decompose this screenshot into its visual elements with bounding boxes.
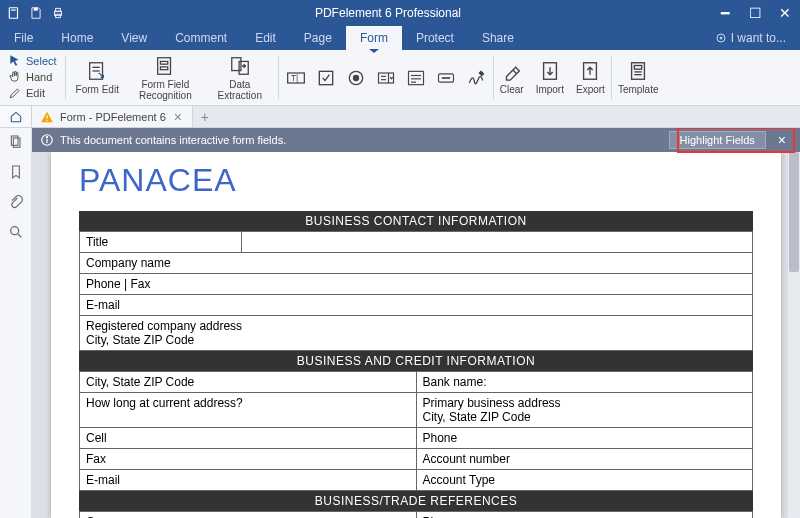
menu-share[interactable]: Share — [468, 26, 528, 50]
info-message: This document contains interactive form … — [60, 134, 663, 146]
svg-text:T|: T| — [291, 73, 298, 83]
section-1-table: Title Company name Phone | Fax E-mail Re… — [79, 231, 753, 351]
app-title: PDFelement 6 Professional — [66, 6, 710, 20]
clear-button[interactable]: Clear — [494, 50, 530, 105]
select-tool[interactable]: Select — [8, 54, 57, 68]
tab-close-icon[interactable]: × — [172, 109, 184, 125]
edit-tool[interactable]: Edit — [8, 86, 57, 100]
field-label[interactable]: Registered company addressCity, State ZI… — [80, 316, 753, 351]
pdf-page: PANACEA BUSINESS CONTACT INFORMATION Tit… — [51, 152, 781, 518]
attachments-icon[interactable] — [8, 194, 24, 212]
svg-rect-38 — [46, 119, 47, 120]
info-bar: This document contains interactive form … — [32, 128, 800, 152]
menu-page[interactable]: Page — [290, 26, 346, 50]
field-input[interactable] — [241, 232, 752, 253]
document-tab[interactable]: Form - PDFelement 6 × — [32, 106, 193, 127]
svg-rect-18 — [319, 71, 332, 84]
field-label[interactable]: City, State ZIP Code — [80, 372, 417, 393]
field-label[interactable]: How long at current address? — [80, 393, 417, 428]
svg-rect-11 — [158, 57, 171, 74]
print-icon[interactable] — [50, 5, 66, 21]
menu-view[interactable]: View — [107, 26, 161, 50]
field-label[interactable]: Primary business addressCity, State ZIP … — [416, 393, 753, 428]
radio-field-icon[interactable] — [345, 67, 367, 89]
svg-rect-13 — [161, 66, 168, 69]
section-header-1: BUSINESS CONTACT INFORMATION — [79, 211, 753, 231]
document-logo: PANACEA — [79, 162, 753, 199]
field-label[interactable]: Account number — [416, 449, 753, 470]
form-field-types: T| — [279, 50, 493, 105]
field-label[interactable]: Phone — [416, 512, 753, 519]
field-label[interactable]: Account Type — [416, 470, 753, 491]
section-2-table: City, State ZIP CodeBank name: How long … — [79, 371, 753, 491]
template-button[interactable]: Template — [612, 50, 665, 105]
home-tab-button[interactable] — [0, 106, 32, 127]
section-header-3: BUSINESS/TRADE REFERENCES — [79, 491, 753, 511]
menu-file[interactable]: File — [0, 26, 47, 50]
field-label[interactable]: E-mail — [80, 470, 417, 491]
highlight-fields-button[interactable]: Highlight Fields — [669, 131, 766, 149]
maximize-button[interactable]: ☐ — [740, 0, 770, 26]
scrollbar-thumb[interactable] — [789, 152, 799, 272]
signature-field-icon[interactable] — [465, 67, 487, 89]
close-button[interactable]: ✕ — [770, 0, 800, 26]
form-edit-button[interactable]: Form Edit — [66, 50, 129, 105]
form-recognition-button[interactable]: Form Field Recognition — [129, 50, 202, 105]
bookmarks-icon[interactable] — [8, 164, 24, 182]
tab-strip: Form - PDFelement 6 × + — [0, 106, 800, 128]
import-button[interactable]: Import — [530, 50, 570, 105]
section-header-2: BUSINESS AND CREDIT INFORMATION — [79, 351, 753, 371]
svg-rect-1 — [11, 10, 16, 11]
field-label[interactable]: Phone — [416, 428, 753, 449]
field-label[interactable]: Company name — [80, 253, 753, 274]
vertical-scrollbar[interactable] — [788, 152, 800, 518]
ribbon: Select Hand Edit Form Edit Form Field Re… — [0, 50, 800, 106]
field-label[interactable]: Cell — [80, 428, 417, 449]
svg-rect-40 — [13, 138, 20, 147]
app-icon — [6, 5, 22, 21]
save-icon[interactable] — [28, 5, 44, 21]
svg-point-20 — [353, 75, 358, 80]
svg-rect-37 — [46, 115, 47, 119]
svg-rect-12 — [161, 61, 168, 64]
ribbon-cursor-tools: Select Hand Edit — [0, 50, 65, 105]
title-bar: PDFelement 6 Professional ━ ☐ ✕ — [0, 0, 800, 26]
svg-line-42 — [18, 234, 21, 237]
i-want-to[interactable]: I want to... — [701, 26, 800, 50]
field-label[interactable]: Company name — [80, 512, 417, 519]
svg-point-41 — [10, 227, 18, 235]
export-button[interactable]: Export — [570, 50, 611, 105]
menu-bar: File Home View Comment Edit Page Form Pr… — [0, 26, 800, 50]
i-want-to-label: I want to... — [731, 31, 786, 45]
menu-comment[interactable]: Comment — [161, 26, 241, 50]
svg-rect-34 — [635, 66, 642, 70]
text-field-icon[interactable]: T| — [285, 67, 307, 89]
svg-rect-39 — [11, 136, 18, 145]
svg-point-7 — [720, 37, 722, 39]
checkbox-field-icon[interactable] — [315, 67, 337, 89]
menu-form[interactable]: Form — [346, 26, 402, 50]
new-tab-button[interactable]: + — [193, 106, 217, 127]
field-label[interactable]: Bank name: — [416, 372, 753, 393]
field-label[interactable]: Fax — [80, 449, 417, 470]
field-label[interactable]: E-mail — [80, 295, 753, 316]
menu-home[interactable]: Home — [47, 26, 107, 50]
info-icon — [40, 133, 54, 147]
field-label[interactable]: Phone | Fax — [80, 274, 753, 295]
svg-rect-2 — [34, 8, 38, 11]
hand-tool[interactable]: Hand — [8, 70, 57, 84]
field-label: Title — [80, 232, 242, 253]
svg-rect-4 — [56, 8, 61, 11]
info-close-button[interactable]: × — [772, 132, 792, 148]
svg-point-45 — [46, 137, 47, 138]
thumbnails-icon[interactable] — [8, 134, 24, 152]
button-field-icon[interactable] — [435, 67, 457, 89]
listbox-field-icon[interactable] — [405, 67, 427, 89]
menu-edit[interactable]: Edit — [241, 26, 290, 50]
document-tab-label: Form - PDFelement 6 — [60, 111, 166, 123]
dropdown-field-icon[interactable] — [375, 67, 397, 89]
menu-protect[interactable]: Protect — [402, 26, 468, 50]
minimize-button[interactable]: ━ — [710, 0, 740, 26]
data-extraction-button[interactable]: Data Extraction — [202, 50, 278, 105]
search-icon[interactable] — [8, 224, 24, 242]
